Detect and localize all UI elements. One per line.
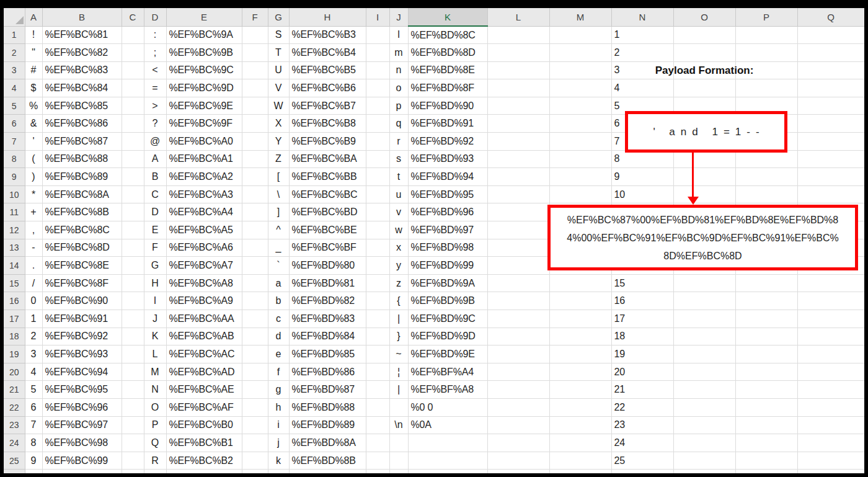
column-header-E[interactable]: E: [166, 8, 242, 26]
cell-I21[interactable]: [366, 381, 389, 399]
cell-M26[interactable]: [549, 470, 611, 473]
cell-J12[interactable]: w: [389, 221, 408, 239]
cell-B7[interactable]: %EF%BC%87: [42, 133, 122, 151]
cell-M17[interactable]: [549, 310, 611, 328]
cell-M20[interactable]: [549, 363, 611, 381]
cell-P2[interactable]: [735, 44, 797, 62]
cell-A18[interactable]: 2: [25, 328, 42, 345]
cell-G15[interactable]: a: [268, 274, 289, 292]
cell-A21[interactable]: 5: [25, 381, 42, 399]
cell-E23[interactable]: %EF%BC%B0: [166, 416, 242, 434]
column-header-F[interactable]: F: [242, 8, 268, 26]
cell-N15[interactable]: 15: [611, 274, 673, 292]
column-header-Q[interactable]: Q: [797, 8, 864, 26]
cell-O24[interactable]: [673, 434, 735, 452]
cell-M8[interactable]: [549, 150, 611, 168]
cell-M3[interactable]: [549, 61, 611, 79]
cell-D13[interactable]: F: [144, 239, 166, 257]
cell-M23[interactable]: [549, 416, 611, 434]
cell-O7[interactable]: [673, 133, 735, 151]
cell-C16[interactable]: [122, 292, 144, 310]
cell-A15[interactable]: /: [25, 274, 42, 292]
cell-M11[interactable]: [549, 203, 611, 221]
cell-P3[interactable]: [735, 61, 797, 79]
cell-E2[interactable]: %EF%BC%9B: [166, 44, 242, 62]
cell-F5[interactable]: [242, 97, 268, 115]
cell-B6[interactable]: %EF%BC%86: [42, 115, 122, 133]
cell-L22[interactable]: [487, 398, 549, 416]
cell-Q14[interactable]: [797, 257, 864, 275]
cell-J18[interactable]: }: [389, 328, 408, 345]
cell-D7[interactable]: @: [144, 133, 166, 151]
column-header-N[interactable]: N: [611, 8, 673, 26]
column-header-P[interactable]: P: [735, 8, 797, 26]
cell-F25[interactable]: [242, 452, 268, 470]
cell-G26[interactable]: [268, 470, 289, 473]
cell-L23[interactable]: [487, 416, 549, 434]
row-header-3[interactable]: 3: [4, 61, 25, 79]
cell-O14[interactable]: [673, 257, 735, 275]
cell-M24[interactable]: [549, 434, 611, 452]
column-header-B[interactable]: B: [42, 8, 122, 26]
row-header-23[interactable]: 23: [4, 416, 25, 434]
cell-L14[interactable]: [487, 257, 549, 275]
cell-G18[interactable]: d: [268, 328, 289, 345]
cell-O17[interactable]: [673, 310, 735, 328]
cell-I5[interactable]: [366, 97, 389, 115]
row-header-1[interactable]: 1: [4, 26, 25, 44]
cell-P16[interactable]: [735, 292, 797, 310]
cell-H18[interactable]: %EF%BD%84: [289, 328, 366, 345]
cell-E24[interactable]: %EF%BC%B1: [166, 434, 242, 452]
cell-B2[interactable]: %EF%BC%82: [42, 44, 122, 62]
cell-L25[interactable]: [487, 452, 549, 470]
column-header-M[interactable]: M: [549, 8, 611, 26]
cell-K18[interactable]: %EF%BD%9D: [408, 328, 487, 345]
cell-D18[interactable]: K: [144, 328, 166, 345]
cell-I22[interactable]: [366, 398, 389, 416]
cell-I14[interactable]: [366, 257, 389, 275]
cell-G24[interactable]: j: [268, 434, 289, 452]
cell-D19[interactable]: L: [144, 345, 166, 363]
cell-D5[interactable]: >: [144, 97, 166, 115]
cell-I20[interactable]: [366, 363, 389, 381]
cell-O26[interactable]: [673, 470, 735, 473]
cell-G12[interactable]: ^: [268, 221, 289, 239]
cell-M7[interactable]: [549, 133, 611, 151]
cell-M18[interactable]: [549, 328, 611, 345]
row-header-19[interactable]: 19: [4, 345, 25, 363]
cell-Q5[interactable]: [797, 97, 864, 115]
cell-E11[interactable]: %EF%BC%A4: [166, 203, 242, 221]
row-header-5[interactable]: 5: [4, 97, 25, 115]
cell-O10[interactable]: [673, 185, 735, 203]
cell-N24[interactable]: 24: [611, 434, 673, 452]
cell-J17[interactable]: |: [389, 310, 408, 328]
cell-B5[interactable]: %EF%BC%85: [42, 97, 122, 115]
cell-N18[interactable]: 18: [611, 328, 673, 345]
cell-D9[interactable]: B: [144, 168, 166, 186]
cell-Q22[interactable]: [797, 398, 864, 416]
cell-P12[interactable]: [735, 221, 797, 239]
cell-Q25[interactable]: [797, 452, 864, 470]
cell-E6[interactable]: %EF%BC%9F: [166, 115, 242, 133]
cell-K2[interactable]: %EF%BD%8D: [408, 44, 487, 62]
cell-C6[interactable]: [122, 115, 144, 133]
cell-H15[interactable]: %EF%BD%81: [289, 274, 366, 292]
cell-I3[interactable]: [366, 61, 389, 79]
cell-E20[interactable]: %EF%BC%AD: [166, 363, 242, 381]
cell-L26[interactable]: [487, 470, 549, 473]
cell-B11[interactable]: %EF%BC%8B: [42, 203, 122, 221]
cell-J5[interactable]: p: [389, 97, 408, 115]
cell-F23[interactable]: [242, 416, 268, 434]
cell-E4[interactable]: %EF%BC%9D: [166, 79, 242, 97]
cell-O5[interactable]: [673, 97, 735, 115]
column-header-H[interactable]: H: [289, 8, 366, 26]
cell-G4[interactable]: V: [268, 79, 289, 97]
cell-C13[interactable]: [122, 239, 144, 257]
cell-G16[interactable]: b: [268, 292, 289, 310]
cell-K13[interactable]: %EF%BD%98: [408, 239, 487, 257]
cell-B17[interactable]: %EF%BC%91: [42, 310, 122, 328]
row-header-21[interactable]: 21: [4, 381, 25, 399]
cell-P17[interactable]: [735, 310, 797, 328]
cell-O4[interactable]: [673, 79, 735, 97]
cell-G6[interactable]: X: [268, 115, 289, 133]
